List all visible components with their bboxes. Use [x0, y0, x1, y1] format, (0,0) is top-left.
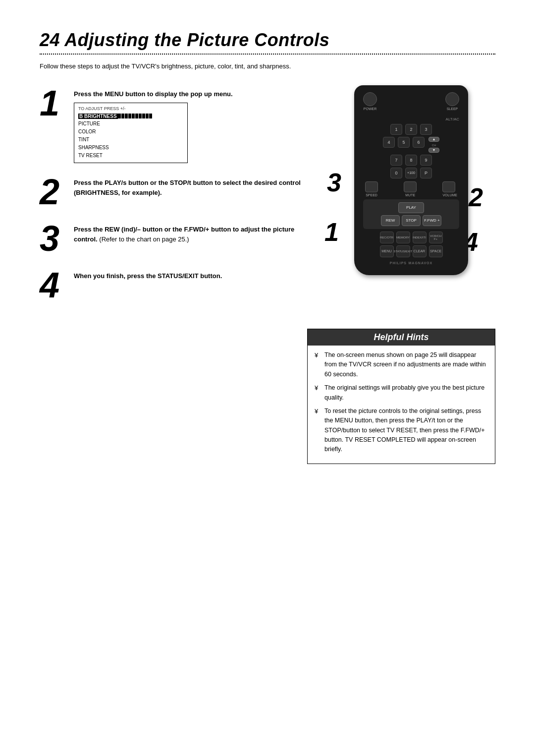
btn-8[interactable]: 8 — [405, 155, 417, 166]
main-layout: 1 Press the MENU button to display the p… — [40, 85, 495, 314]
menu-display: TO ADJUST PRESS +/- B BRIGHTNESS — [74, 103, 188, 163]
hints-content: ¥ The on-screen menus shown on page 25 w… — [308, 346, 495, 464]
play-section: PLAY REW STOP F.FWD + — [363, 199, 459, 229]
hints-section: Helpful Hints ¥ The on-screen menus show… — [40, 329, 495, 464]
power-button[interactable] — [363, 92, 377, 106]
memory-button[interactable]: MEMORY — [396, 232, 410, 243]
channel-down[interactable]: ▼ — [428, 148, 439, 153]
hint-bullet-1: ¥ — [315, 350, 321, 360]
hint-item-3: ¥ To reset the picture controls to the o… — [315, 407, 488, 455]
bar-seg-5 — [132, 114, 135, 118]
btn-0[interactable]: 0 — [390, 168, 402, 178]
hint-bullet-2: ¥ — [315, 383, 321, 393]
bar-seg-8 — [142, 114, 145, 118]
hints-box: Helpful Hints ¥ The on-screen menus show… — [307, 329, 495, 464]
remote-control: POWER SLEEP ALT/AC 1 2 3 — [354, 85, 468, 275]
brand-sub: MAGNAVOX — [409, 261, 433, 265]
hints-title: Helpful Hints — [308, 329, 495, 346]
bar-seg-10 — [149, 114, 152, 118]
hint-item-1: ¥ The on-screen menus shown on page 25 w… — [315, 350, 488, 379]
step-2-text: Press the PLAY/s button or the STOP/t bu… — [74, 179, 301, 196]
menu-button[interactable]: MENU — [380, 245, 394, 257]
step-3-overlay: 3 — [327, 170, 341, 195]
step-4-text: When you finish, press the STATUS/EXIT b… — [74, 272, 222, 280]
bar-seg-6 — [135, 114, 138, 118]
menu-item-tint: TINT — [78, 136, 183, 144]
rec-otr-button[interactable]: REC/OTR — [380, 232, 394, 243]
step-4-content: When you finish, press the STATUS/EXIT b… — [74, 267, 312, 284]
hint-text-3: To reset the picture controls to the ori… — [324, 407, 488, 455]
speed-button[interactable] — [365, 181, 378, 192]
play-btn-row: PLAY — [366, 202, 456, 213]
channel-up[interactable]: ▲ — [428, 137, 439, 142]
volume-button[interactable] — [442, 181, 455, 192]
menu-item-color: COLOR — [78, 128, 183, 136]
left-column: 1 Press the MENU button to display the p… — [40, 85, 327, 314]
remote-wrap: 3 2 1 4 POWER SLEEP ALT/ — [354, 85, 468, 275]
bar-seg-2 — [121, 114, 124, 118]
menu-item-picture: PICTURE — [78, 120, 183, 128]
bottom-row-2: MENU STATUS/EXIT CLEAR SPACE — [363, 245, 459, 257]
alt-label: ALT/AC — [446, 117, 459, 121]
menu-item-tvreset: TV RESET — [78, 152, 183, 160]
btn-3[interactable]: 3 — [420, 124, 432, 135]
right-column: 3 2 1 4 POWER SLEEP ALT/ — [327, 85, 495, 314]
mute-label: MUTE — [404, 193, 417, 197]
remote-brand: PHILIPS MAGNAVOX — [363, 260, 459, 265]
step-1-content: Press the MENU button to display the pop… — [74, 85, 312, 164]
btn-2[interactable]: 2 — [405, 124, 417, 135]
stop-button[interactable]: STOP — [402, 215, 421, 226]
btn-100[interactable]: +100 — [405, 168, 417, 178]
speed-label: SPEED — [365, 193, 378, 197]
clear-button[interactable]: CLEAR — [413, 245, 427, 257]
btn-5[interactable]: 5 — [398, 137, 410, 148]
numpad-row-1: 1 2 3 — [363, 124, 459, 135]
transport-row: REW STOP F.FWD + — [366, 215, 456, 226]
hint-text-1: The on-screen menus shown on page 25 wil… — [324, 350, 488, 379]
numpad-row-3: 7 8 9 — [363, 155, 459, 166]
step-3-text-normal: (Refer to the chart on page 25.) — [99, 235, 189, 243]
step-1-number: 1 — [40, 85, 67, 121]
menu-row-0: B BRIGHTNESS — [78, 113, 183, 119]
play-button[interactable]: PLAY — [398, 202, 424, 213]
btn-4[interactable]: 4 — [383, 137, 395, 148]
step-3-content: Press the REW (ind)/– button or the F.FW… — [74, 221, 312, 247]
step-3: 3 Press the REW (ind)/– button or the F.… — [40, 221, 312, 256]
menu-bar-segments — [118, 114, 152, 118]
btn-7[interactable]: 7 — [390, 155, 402, 166]
menu-items-list: PICTURE COLOR TINT SHARPNESS TV RESET — [78, 120, 183, 160]
page-title: 24 Adjusting the Picture Controls — [40, 30, 495, 51]
mute-button[interactable] — [404, 181, 417, 192]
menu-header: TO ADJUST PRESS +/- — [78, 106, 183, 111]
bar-seg-4 — [128, 114, 131, 118]
remote-top-row: POWER SLEEP — [363, 92, 459, 111]
index-button[interactable]: INDEX/ITI — [413, 232, 427, 243]
step-2: 2 Press the PLAY/s button or the STOP/t … — [40, 174, 312, 210]
sleep-button[interactable] — [445, 92, 459, 106]
ffwd-button[interactable]: F.FWD + — [423, 215, 441, 226]
status-exit-button[interactable]: STATUS/EXIT — [396, 245, 410, 257]
space-button[interactable]: SPACE — [429, 245, 443, 257]
btn-6[interactable]: 6 — [413, 137, 425, 148]
hint-bullet-3: ¥ — [315, 407, 321, 416]
btn-9[interactable]: 9 — [420, 155, 432, 166]
step-2-content: Press the PLAY/s button or the STOP/t bu… — [74, 174, 312, 200]
step-4-number: 4 — [40, 267, 67, 303]
title-rule — [40, 54, 495, 55]
bar-seg-3 — [125, 114, 128, 118]
brand-main: PHILIPS — [390, 261, 407, 265]
btn-p[interactable]: P — [420, 168, 432, 178]
vcr-ch-button[interactable]: VCR/CH F+ — [429, 232, 443, 243]
step-1-text: Press the MENU button to display the pop… — [74, 90, 233, 98]
speed-mute-vol-row: SPEED MUTE VOLUME — [363, 181, 459, 197]
step-4: 4 When you finish, press the STATUS/EXIT… — [40, 267, 312, 303]
btn-1[interactable]: 1 — [390, 124, 402, 135]
step-1-overlay: 1 — [324, 219, 339, 245]
step-2-number: 2 — [40, 174, 67, 210]
rew-button[interactable]: REW — [381, 215, 400, 226]
bar-seg-1 — [118, 114, 121, 118]
volume-label: VOLUME — [442, 193, 457, 197]
bar-seg-9 — [146, 114, 149, 118]
channel-label: CH — [428, 144, 439, 147]
hint-item-2: ¥ The original settings will probably gi… — [315, 383, 488, 403]
